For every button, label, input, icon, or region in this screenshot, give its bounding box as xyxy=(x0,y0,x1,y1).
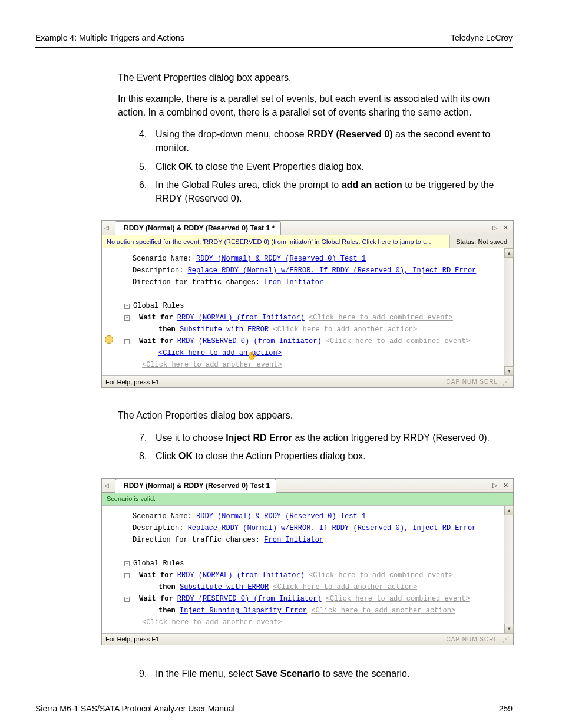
scenario-name-link[interactable]: RDDY (Normal) & RDDY (Reserved 0) Test 1 xyxy=(196,255,366,263)
intro-paragraph-1: The Event Properties dialog box appears. xyxy=(118,71,513,84)
step-5: 5.Click OK to close the Event Properties… xyxy=(118,160,513,173)
tab-scroll-left-icon[interactable]: ◁ xyxy=(102,482,111,489)
add-another-event-link[interactable]: <Click here to add another event> xyxy=(142,618,282,627)
add-another-action-link[interactable]: <Click here to add another action> xyxy=(311,607,455,615)
collapse-icon[interactable]: - xyxy=(124,304,130,309)
collapse-icon[interactable]: - xyxy=(124,561,130,566)
status-bar: Scenario is valid. xyxy=(102,493,513,506)
event-link-rrdy-reserved[interactable]: RRDY (RESERVED 0) (from Initiator) xyxy=(177,337,322,345)
help-status-bar: For Help, press F1 CAP NUM SCRL ⋰ xyxy=(102,633,513,645)
scroll-down-icon[interactable] xyxy=(504,366,514,375)
keyboard-status: CAP NUM SCRL xyxy=(447,378,498,385)
screenshot-1: ◁ RDDY (Normal) & RDDY (Reserved 0) Test… xyxy=(101,220,514,388)
screenshot-2: ◁ RDDY (Normal) & RDDY (Reserved 0) Test… xyxy=(101,478,514,645)
scenario-name-link[interactable]: RDDY (Normal) & RDDY (Reserved 0) Test 1 xyxy=(196,512,366,521)
footer-page-number: 259 xyxy=(499,704,513,713)
step-4: 4.Using the drop-down menu, choose RRDY … xyxy=(118,127,513,154)
action-link-substitute[interactable]: Substitute with ERROR xyxy=(180,325,269,334)
resize-grip-icon[interactable]: ⋰ xyxy=(503,378,510,386)
add-combined-event-link[interactable]: <Click here to add combined event> xyxy=(309,571,453,579)
step-8: 8.Click OK to close the Action Propertie… xyxy=(118,449,513,463)
resize-grip-icon[interactable]: ⋰ xyxy=(503,635,510,643)
event-link-rrdy-normal[interactable]: RRDY (NORMAL) (from Initiator) xyxy=(177,571,305,579)
status-bar: No action specified for the event: 'RRDY… xyxy=(102,235,513,248)
steps-list-2: 7.Use it to choose Inject RD Error as th… xyxy=(118,431,513,463)
step-7: 7.Use it to choose Inject RD Error as th… xyxy=(118,431,513,444)
add-another-action-link[interactable]: <Click here to add another action> xyxy=(273,583,417,591)
status-message-link[interactable]: No action specified for the event: 'RRDY… xyxy=(102,238,449,245)
vertical-scrollbar[interactable] xyxy=(504,506,513,633)
add-combined-event-link[interactable]: <Click here to add combined event> xyxy=(326,595,470,603)
intro-paragraph-3: The Action Properties dialog box appears… xyxy=(118,409,513,422)
editor-gutter xyxy=(102,248,118,375)
intro-paragraph-2: In this example, there is a parallel set… xyxy=(118,93,513,119)
tab-bar: ◁ RDDY (Normal) & RDDY (Reserved 0) Test… xyxy=(102,479,513,493)
steps-list-3: 9.In the File menu, select Save Scenario… xyxy=(118,667,513,680)
step-9: 9.In the File menu, select Save Scenario… xyxy=(118,667,513,680)
add-another-action-link[interactable]: <Click here to add another action> xyxy=(273,325,417,334)
scenario-editor[interactable]: Scenario Name: RDDY (Normal) & RDDY (Res… xyxy=(118,506,504,633)
scroll-down-icon[interactable] xyxy=(504,624,514,633)
help-text: For Help, press F1 xyxy=(105,378,159,386)
description-link[interactable]: Replace RDDY (Normal) w/ERROR. If RDDY (… xyxy=(188,524,477,532)
status-message: Scenario is valid. xyxy=(102,495,513,502)
collapse-icon[interactable]: - xyxy=(124,597,130,602)
tab-bar: ◁ RDDY (Normal) & RDDY (Reserved 0) Test… xyxy=(102,221,513,235)
direction-link[interactable]: From Initiator xyxy=(264,536,323,544)
tab-scroll-right-icon[interactable]: ▷ xyxy=(492,224,497,232)
collapse-icon[interactable]: - xyxy=(124,339,130,344)
direction-link[interactable]: From Initiator xyxy=(264,278,323,286)
close-tab-icon[interactable]: ✕ xyxy=(503,224,508,232)
scenario-editor[interactable]: Scenario Name: RDDY (Normal) & RDDY (Res… xyxy=(118,248,504,375)
action-link-inject-rd[interactable]: Inject Running Disparity Error xyxy=(180,607,307,615)
help-status-bar: For Help, press F1 CAP NUM SCRL ⋰ xyxy=(102,375,513,387)
step-6: 6.In the Global Rules area, click the pr… xyxy=(118,178,513,205)
scroll-up-icon[interactable] xyxy=(504,506,514,515)
cursor-icon: ✋ xyxy=(247,350,257,362)
scroll-up-icon[interactable] xyxy=(504,248,514,258)
steps-list-1: 4.Using the drop-down menu, choose RRDY … xyxy=(118,127,513,205)
scenario-tab[interactable]: RDDY (Normal) & RDDY (Reserved 0) Test 1… xyxy=(115,221,281,235)
editor-gutter xyxy=(102,506,118,633)
footer-manual-title: Sierra M6-1 SAS/SATA Protocol Analyzer U… xyxy=(35,704,235,713)
add-another-event-link[interactable]: <Click here to add another event> xyxy=(142,361,282,369)
warning-icon xyxy=(105,335,113,344)
help-text: For Help, press F1 xyxy=(105,635,159,643)
event-link-rrdy-reserved[interactable]: RRDY (RESERVED 0) (from Initiator) xyxy=(177,595,322,603)
keyboard-status: CAP NUM SCRL xyxy=(447,636,498,643)
action-link-substitute[interactable]: Substitute with ERROR xyxy=(180,583,269,591)
close-tab-icon[interactable]: ✕ xyxy=(503,482,508,489)
tab-scroll-left-icon[interactable]: ◁ xyxy=(102,225,111,231)
event-link-rrdy-normal[interactable]: RRDY (NORMAL) (from Initiator) xyxy=(177,314,305,322)
vertical-scrollbar[interactable] xyxy=(504,248,513,375)
scenario-tab[interactable]: RDDY (Normal) & RDDY (Reserved 0) Test 1 xyxy=(115,479,276,493)
header-company: Teledyne LeCroy xyxy=(451,33,513,42)
add-action-link[interactable]: <Click here to add an action> xyxy=(158,349,282,357)
description-link[interactable]: Replace RDDY (Normal) w/ERROR. If RDDY (… xyxy=(188,266,477,275)
collapse-icon[interactable]: - xyxy=(124,315,130,321)
tab-scroll-right-icon[interactable]: ▷ xyxy=(492,482,497,489)
collapse-icon[interactable]: - xyxy=(124,573,130,578)
save-status: Status: Not saved xyxy=(449,235,513,248)
header-section: Example 4: Multiple Triggers and Actions xyxy=(35,33,184,42)
add-combined-event-link[interactable]: <Click here to add combined event> xyxy=(309,314,453,322)
add-combined-event-link[interactable]: <Click here to add combined event> xyxy=(326,337,470,345)
